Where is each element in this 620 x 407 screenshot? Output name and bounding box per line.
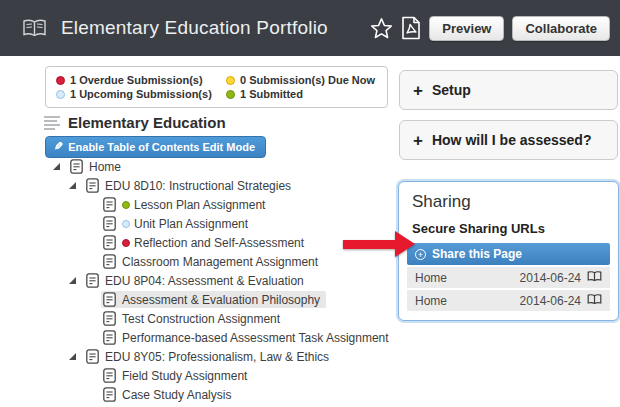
secure-url-name: Home — [415, 271, 447, 285]
share-button-label: Share this Page — [432, 247, 522, 261]
tree-item-label: Reflection and Self-Assessment — [134, 236, 304, 250]
tree-item-content[interactable]: Assessment & Evaluation Philosophy — [101, 291, 326, 308]
assessed-panel-label: How will I be assessed? — [432, 132, 592, 148]
open-book-icon — [587, 271, 602, 285]
portfolio-book-icon — [22, 19, 47, 38]
tree-item-content[interactable]: Unit Plan Assignment — [101, 215, 254, 232]
tree-item-label: Test Construction Assignment — [122, 312, 280, 326]
toc-lines-icon — [44, 116, 60, 130]
expander-icon[interactable] — [69, 353, 76, 360]
pdf-export-icon[interactable] — [401, 16, 421, 40]
document-icon — [103, 330, 116, 345]
tree-item-label: EDU 8P04: Assessment & Evaluation — [105, 274, 304, 288]
document-icon — [86, 178, 99, 193]
tree-item[interactable]: EDU 8D10: Instructional Strategies — [45, 176, 395, 195]
tree-item-label: Assessment & Evaluation Philosophy — [122, 293, 320, 307]
preview-button[interactable]: Preview — [429, 16, 504, 41]
tree-item-content[interactable]: Performance-based Assessment Task Assign… — [101, 329, 395, 346]
expand-plus-icon: + — [413, 82, 423, 99]
expander-icon[interactable] — [69, 277, 76, 284]
secure-url-date: 2014-06-24 — [520, 294, 581, 308]
edit-mode-label: Enable Table of Contents Edit Mode — [68, 141, 255, 153]
tree-item-label: Lesson Plan Assignment — [134, 198, 265, 212]
tree-item[interactable]: Field Study Assignment — [45, 366, 395, 385]
tree-item-content[interactable]: Lesson Plan Assignment — [101, 196, 271, 213]
collaborate-button[interactable]: Collaborate — [512, 16, 610, 41]
status-dot — [56, 76, 65, 85]
document-icon — [103, 254, 116, 269]
toc-title: Elementary Education — [68, 114, 226, 131]
tree-item[interactable]: EDU 8Y05: Professionalism, Law & Ethics — [45, 347, 395, 366]
status-dot — [122, 239, 130, 247]
legend-label: 1 Submitted — [240, 88, 303, 100]
status-dot — [122, 201, 130, 209]
tree-item[interactable]: Case Study Analysis — [45, 385, 395, 404]
header-actions: Preview Collaborate — [370, 16, 610, 41]
tree-item-content[interactable]: Reflection and Self-Assessment — [101, 234, 310, 251]
tree-item[interactable]: Assessment & Evaluation Philosophy — [45, 290, 395, 309]
status-dot — [56, 90, 65, 99]
enable-toc-edit-mode-button[interactable]: ✎ Enable Table of Contents Edit Mode — [45, 136, 266, 158]
setup-panel[interactable]: + Setup — [399, 70, 618, 110]
document-icon — [103, 197, 116, 212]
secure-url-row[interactable]: Home 2014-06-24 — [407, 267, 610, 288]
legend-label: 0 Submission(s) Due Now — [240, 74, 375, 86]
expander-icon[interactable] — [53, 163, 60, 170]
tree-item[interactable]: Performance-based Assessment Task Assign… — [45, 328, 395, 347]
tree-item[interactable]: EDU 8P04: Assessment & Evaluation — [45, 271, 395, 290]
share-this-page-button[interactable]: + Share this Page — [407, 243, 610, 265]
favorite-star-icon[interactable] — [370, 17, 393, 39]
document-icon — [103, 235, 116, 250]
pencil-icon: ✎ — [54, 140, 63, 153]
circle-plus-icon: + — [415, 249, 426, 260]
tree-item-label: EDU 8D10: Instructional Strategies — [105, 179, 291, 193]
legend-item: 0 Submission(s) Due Now — [226, 74, 387, 86]
toc-heading: Elementary Education — [44, 114, 226, 131]
tree-item[interactable]: Test Construction Assignment — [45, 309, 395, 328]
document-icon — [103, 311, 116, 326]
header-bar: Elementary Education Portfolio Preview C… — [0, 0, 620, 56]
tree-item-content[interactable]: EDU 8Y05: Professionalism, Law & Ethics — [84, 348, 335, 365]
tree-item-content[interactable]: Home — [68, 158, 127, 175]
tree-item-content[interactable]: EDU 8P04: Assessment & Evaluation — [84, 272, 310, 289]
legend-label: 1 Overdue Submission(s) — [70, 74, 203, 86]
legend-item: 1 Upcoming Submission(s) — [56, 88, 226, 100]
toc-tree: Home EDU 8D10: Instructional Strategies — [45, 157, 395, 404]
legend-label: 1 Upcoming Submission(s) — [70, 88, 212, 100]
tree-item-content[interactable]: Classroom Management Assignment — [101, 253, 324, 270]
sharing-title: Sharing — [412, 192, 610, 212]
tree-item-label: Unit Plan Assignment — [134, 217, 248, 231]
document-icon — [103, 216, 116, 231]
annotation-arrow — [343, 231, 415, 257]
tree-item-content[interactable]: Case Study Analysis — [101, 386, 237, 403]
secure-url-name: Home — [415, 294, 447, 308]
document-icon — [70, 159, 83, 174]
legend: 1 Overdue Submission(s) 0 Submission(s) … — [45, 66, 388, 108]
expander-icon[interactable] — [69, 182, 76, 189]
page-title: Elementary Education Portfolio — [61, 17, 328, 39]
tree-item[interactable]: Home — [45, 157, 395, 176]
status-dot — [226, 90, 235, 99]
document-icon — [103, 387, 116, 402]
tree-item[interactable]: Lesson Plan Assignment — [45, 195, 395, 214]
tree-item-label: Classroom Management Assignment — [122, 255, 318, 269]
secure-url-date: 2014-06-24 — [520, 271, 581, 285]
tree-item-content[interactable]: Test Construction Assignment — [101, 310, 286, 327]
status-dot — [122, 220, 130, 228]
sharing-rows: Home 2014-06-24 Home 2014-06-24 — [407, 267, 610, 311]
tree-item-label: Case Study Analysis — [122, 388, 231, 402]
arrow-shaft — [343, 240, 395, 249]
tree-item-content[interactable]: Field Study Assignment — [101, 367, 253, 384]
tree-item-label: EDU 8Y05: Professionalism, Law & Ethics — [105, 350, 329, 364]
status-dot — [226, 76, 235, 85]
open-book-icon — [587, 294, 602, 308]
secure-sharing-urls-label: Secure Sharing URLs — [412, 221, 610, 236]
legend-item: 1 Overdue Submission(s) — [56, 74, 226, 86]
document-icon — [86, 349, 99, 364]
assessed-panel[interactable]: + How will I be assessed? — [399, 120, 618, 160]
secure-url-row[interactable]: Home 2014-06-24 — [407, 290, 610, 311]
arrow-head — [395, 231, 415, 257]
tree-item-content[interactable]: EDU 8D10: Instructional Strategies — [84, 177, 297, 194]
document-icon — [103, 292, 116, 307]
page: Elementary Education Portfolio Preview C… — [0, 0, 620, 407]
